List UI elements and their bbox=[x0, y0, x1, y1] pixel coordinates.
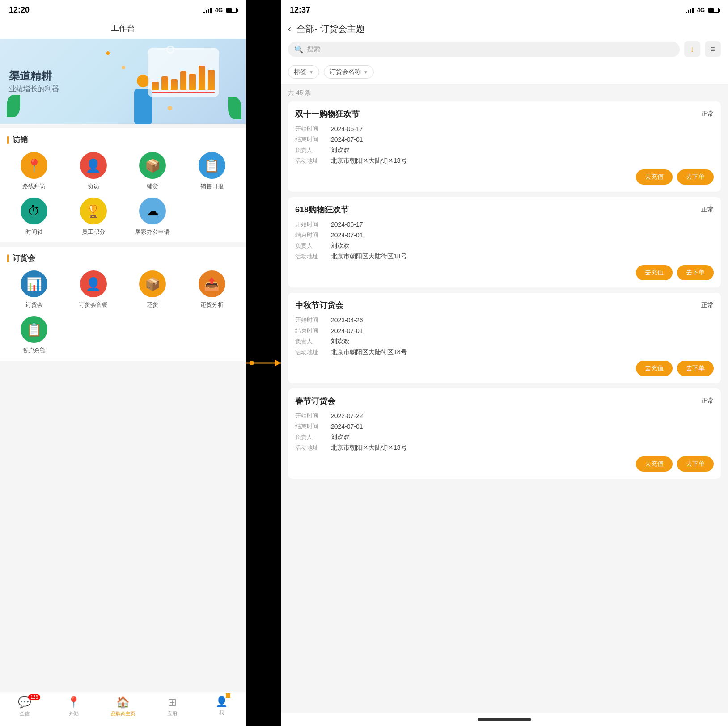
card-2-end-row: 结束时间 2024-07-01 bbox=[295, 231, 714, 239]
signal-icon bbox=[203, 7, 212, 13]
back-button[interactable]: ‹ bbox=[288, 23, 291, 35]
right-panel: 12:37 4G ‹ 全部- 订货会主题 🔍 搜索 ↓ ≡ bbox=[281, 0, 728, 726]
search-icon: 🔍 bbox=[294, 45, 303, 54]
tag-chip-name[interactable]: 订货会名称 ▼ bbox=[324, 65, 374, 79]
download-button[interactable]: ↓ bbox=[684, 41, 700, 57]
star-decoration: ✦ bbox=[104, 48, 112, 59]
card-4-end-value: 2024-07-01 bbox=[331, 423, 363, 430]
card-1-addr-label: 活动地址 bbox=[295, 157, 331, 165]
card-1-end-row: 结束时间 2024-07-01 bbox=[295, 135, 714, 144]
menu-item-route-visit[interactable]: 📍 路线拜访 bbox=[7, 152, 61, 190]
order-section: 订货会 📊 订货会 👤 订货会套餐 📦 还货 bbox=[0, 247, 246, 361]
right-status-icons: 4G bbox=[686, 7, 719, 13]
tag-chip-label[interactable]: 标签 ▼ bbox=[288, 65, 319, 79]
card-4-header: 春节订货会 正常 bbox=[295, 396, 714, 406]
menu-item-customer-balance[interactable]: 📋 客户余额 bbox=[7, 316, 61, 355]
card-3-person-value: 刘欢欢 bbox=[331, 338, 350, 346]
left-time: 12:20 bbox=[9, 5, 30, 15]
right-time: 12:37 bbox=[290, 5, 310, 15]
card-4-end-label: 结束时间 bbox=[295, 422, 331, 431]
return-goods-label: 还货 bbox=[147, 301, 158, 309]
customer-balance-icon: 📋 bbox=[21, 316, 47, 343]
co-visit-icon: 👤 bbox=[80, 152, 107, 179]
shelving-icon: 📦 bbox=[139, 152, 166, 179]
banner-subtitle: 业绩增长的利器 bbox=[9, 84, 59, 94]
banner-title: 渠道精耕 bbox=[9, 69, 59, 83]
card-1-person-value: 刘欢欢 bbox=[331, 146, 350, 154]
right-signal-icon bbox=[686, 7, 694, 13]
nav-item-me[interactable]: 👤 我 bbox=[197, 696, 246, 717]
banner-chart bbox=[148, 48, 237, 115]
order-conf-icon: 📊 bbox=[21, 270, 47, 297]
total-count: 共 45 条 bbox=[281, 84, 728, 101]
card-4-person-value: 刘欢欢 bbox=[331, 433, 350, 441]
card-3-start-row: 开始时间 2023-04-26 bbox=[295, 316, 714, 324]
tag-name-chevron-icon: ▼ bbox=[364, 70, 368, 75]
arrow-head bbox=[275, 359, 281, 367]
card-3-btn1[interactable]: 去充值 bbox=[636, 361, 673, 376]
left-panel: 12:20 4G 工作台 渠道精耕 业绩增长的利器 bbox=[0, 0, 246, 726]
visit-grid-row1: 📍 路线拜访 👤 协访 📦 铺货 📋 销售日报 bbox=[7, 152, 239, 190]
card-4-status: 正常 bbox=[701, 397, 714, 405]
menu-item-order-pkg[interactable]: 👤 订货会套餐 bbox=[67, 270, 121, 309]
menu-item-staff-points[interactable]: 🏆 员工积分 bbox=[67, 198, 121, 236]
menu-item-shelving[interactable]: 📦 铺货 bbox=[126, 152, 180, 190]
return-analysis-icon: 📤 bbox=[199, 270, 225, 297]
menu-item-return-analysis[interactable]: 📤 还货分析 bbox=[185, 270, 239, 309]
customer-balance-label: 客户余额 bbox=[22, 346, 46, 355]
card-2-addr-value: 北京市朝阳区大陆街区18号 bbox=[331, 253, 407, 261]
menu-item-co-visit[interactable]: 👤 协访 bbox=[67, 152, 121, 190]
card-1-start-row: 开始时间 2024-06-17 bbox=[295, 125, 714, 133]
card-2-addr-label: 活动地址 bbox=[295, 253, 331, 261]
menu-item-order-conf[interactable]: 📊 订货会 bbox=[7, 270, 61, 309]
co-visit-label: 协访 bbox=[88, 182, 99, 190]
brand-home-icon: 🏠 bbox=[116, 696, 130, 709]
card-4-person-label: 负责人 bbox=[295, 433, 331, 441]
me-icon: 👤 bbox=[216, 696, 228, 708]
card-1-btn1[interactable]: 去充值 bbox=[636, 169, 673, 185]
nav-item-chat[interactable]: 💬 企信 126 bbox=[0, 696, 49, 717]
card-4-btn2[interactable]: 去下单 bbox=[677, 456, 714, 472]
bottom-nav: 💬 企信 126 📍 外勤 🏠 品牌商主页 ⊞ 应用 👤 我 bbox=[0, 692, 246, 726]
card-2-btn1[interactable]: 去充值 bbox=[636, 265, 673, 280]
dot-decoration bbox=[122, 66, 125, 69]
card-3-start-label: 开始时间 bbox=[295, 316, 331, 324]
battery-icon bbox=[226, 8, 237, 13]
conference-list: 双十一购物狂欢节 正常 开始时间 2024-06-17 结束时间 2024-07… bbox=[281, 101, 728, 713]
card-3-btn2[interactable]: 去下单 bbox=[677, 361, 714, 376]
card-1-btn2[interactable]: 去下单 bbox=[677, 169, 714, 185]
card-4-addr-label: 活动地址 bbox=[295, 444, 331, 452]
card-2-btn2[interactable]: 去下单 bbox=[677, 265, 714, 280]
home-office-icon: ☁ bbox=[139, 198, 166, 224]
return-analysis-label: 还货分析 bbox=[200, 301, 224, 309]
search-placeholder: 搜索 bbox=[307, 45, 320, 54]
menu-item-return-goods[interactable]: 📦 还货 bbox=[126, 270, 180, 309]
menu-item-home-office[interactable]: ☁ 居家办公申请 bbox=[126, 198, 180, 236]
card-4-btn1[interactable]: 去充值 bbox=[636, 456, 673, 472]
card-2-actions: 去充值 去下单 bbox=[295, 265, 714, 280]
filter-button[interactable]: ≡ bbox=[705, 41, 721, 57]
order-section-indicator bbox=[7, 254, 9, 262]
visit-grid-row2: ⏱ 时间轴 🏆 员工积分 ☁ 居家办公申请 bbox=[7, 198, 239, 236]
menu-item-sales-log[interactable]: 📋 销售日报 bbox=[185, 152, 239, 190]
card-3-end-label: 结束时间 bbox=[295, 327, 331, 335]
visit-section-indicator bbox=[7, 136, 9, 144]
search-input-box[interactable]: 🔍 搜索 bbox=[288, 42, 680, 57]
card-2-start-label: 开始时间 bbox=[295, 220, 331, 228]
conference-card-4: 春节订货会 正常 开始时间 2022-07-22 结束时间 2024-07-01… bbox=[288, 388, 721, 479]
card-2-addr-row: 活动地址 北京市朝阳区大陆街区18号 bbox=[295, 253, 714, 261]
card-3-end-value: 2024-07-01 bbox=[331, 327, 363, 334]
me-label: 我 bbox=[219, 709, 224, 716]
menu-item-timeline[interactable]: ⏱ 时间轴 bbox=[7, 198, 61, 236]
nav-item-brand-home[interactable]: 🏠 品牌商主页 bbox=[98, 696, 148, 717]
card-2-end-label: 结束时间 bbox=[295, 231, 331, 239]
apps-label: 应用 bbox=[167, 710, 177, 717]
card-2-start-row: 开始时间 2024-06-17 bbox=[295, 220, 714, 228]
card-4-addr-value: 北京市朝阳区大陆街区18号 bbox=[331, 444, 407, 452]
card-4-end-row: 结束时间 2024-07-01 bbox=[295, 422, 714, 431]
timeline-icon: ⏱ bbox=[21, 198, 47, 224]
nav-item-outdoor[interactable]: 📍 外勤 bbox=[49, 696, 98, 717]
filter-tags: 标签 ▼ 订货会名称 ▼ bbox=[281, 63, 728, 84]
nav-item-apps[interactable]: ⊞ 应用 bbox=[148, 696, 197, 717]
right-network-type: 4G bbox=[697, 7, 705, 13]
